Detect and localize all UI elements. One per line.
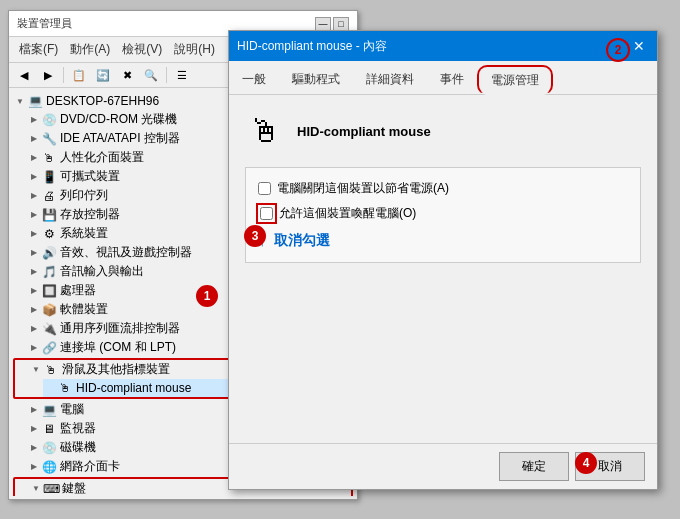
expand-icon: ▶ (27, 284, 41, 298)
dvd-icon: 💿 (41, 112, 57, 128)
minimize-btn[interactable]: — (315, 17, 331, 31)
system-icon: ⚙ (41, 226, 57, 242)
annotation-row: ↑ 取消勾選 (258, 232, 628, 250)
tab-details[interactable]: 詳細資料 (353, 65, 427, 95)
expand-icon: ▶ (27, 303, 41, 317)
menu-action[interactable]: 動作(A) (64, 39, 116, 60)
expand-icon: ▶ (27, 322, 41, 336)
wake-row: 允許這個裝置喚醒電腦(O) (258, 203, 628, 224)
update-btn[interactable]: 🔄 (92, 65, 114, 85)
audio-icon: 🔊 (41, 245, 57, 261)
wake-checkbox[interactable] (260, 207, 273, 220)
item-label: 監視器 (60, 420, 96, 437)
item-label: 列印佇列 (60, 187, 108, 204)
view-btn[interactable]: ☰ (171, 65, 193, 85)
wake-label: 允許這個裝置喚醒電腦(O) (279, 205, 416, 222)
hid-icon: 🖱 (41, 150, 57, 166)
power-save-label: 電腦關閉這個裝置以節省電源(A) (277, 180, 449, 197)
storage-icon: 💾 (41, 207, 57, 223)
expand-icon: ▶ (27, 422, 41, 436)
root-icon: 💻 (27, 93, 43, 109)
portable-icon: 📱 (41, 169, 57, 185)
expand-icon: ▶ (27, 151, 41, 165)
root-label: DESKTOP-67EHH96 (46, 94, 159, 108)
expand-icon: ▶ (27, 208, 41, 222)
scan-btn[interactable]: 🔍 (140, 65, 162, 85)
menu-file[interactable]: 檔案(F) (13, 39, 64, 60)
item-label: 軟體裝置 (60, 301, 108, 318)
cpu-icon: 🔲 (41, 283, 57, 299)
tab-power[interactable]: 電源管理 (477, 65, 553, 95)
keyboard-expand-icon: ▼ (29, 482, 43, 496)
device-icon: 🖱 (245, 111, 285, 151)
expand-icon: ▶ (27, 227, 41, 241)
tab-driver[interactable]: 驅動程式 (279, 65, 353, 95)
device-manager-title: 裝置管理員 (17, 16, 72, 31)
hid-mouse-label: HID-compliant mouse (76, 381, 191, 395)
tab-general[interactable]: 一般 (229, 65, 279, 95)
device-header: 🖱 HID-compliant mouse (245, 111, 641, 151)
expand-icon: ▶ (27, 460, 41, 474)
dialog-title: HID-compliant mouse - 內容 (237, 38, 387, 55)
expand-icon: ▶ (27, 246, 41, 260)
annotation-4: 4 (575, 452, 597, 474)
keyboard-icon: ⌨ (43, 481, 59, 497)
ok-button[interactable]: 確定 (499, 452, 569, 481)
expand-icon: ▶ (27, 265, 41, 279)
item-label: 通用序列匯流排控制器 (60, 320, 180, 337)
maximize-btn[interactable]: □ (333, 17, 349, 31)
expand-icon: ▶ (27, 403, 41, 417)
power-section: 電腦關閉這個裝置以節省電源(A) 允許這個裝置喚醒電腦(O) ↑ 取消勾選 (245, 167, 641, 263)
menu-view[interactable]: 檢視(V) (116, 39, 168, 60)
dialog-content: 🖱 HID-compliant mouse 電腦關閉這個裝置以節省電源(A) 允… (229, 95, 657, 291)
dialog-close-button[interactable]: ✕ (629, 36, 649, 56)
ide-icon: 🔧 (41, 131, 57, 147)
expand-icon: ▶ (27, 170, 41, 184)
software-icon: 📦 (41, 302, 57, 318)
item-label: 可攜式裝置 (60, 168, 120, 185)
item-label: 連接埠 (COM 和 LPT) (60, 339, 176, 356)
mouse-category-label: 滑鼠及其他指標裝置 (62, 361, 170, 378)
network-icon: 🌐 (41, 459, 57, 475)
forward-btn[interactable]: ▶ (37, 65, 59, 85)
item-label: 磁碟機 (60, 439, 96, 456)
uninstall-btn[interactable]: ✖ (116, 65, 138, 85)
annotation-3: 3 (244, 225, 266, 247)
port-icon: 🔗 (41, 340, 57, 356)
hid-mouse-icon: 🖱 (57, 380, 73, 396)
power-save-row: 電腦關閉這個裝置以節省電源(A) (258, 180, 628, 197)
item-label: 網路介面卡 (60, 458, 120, 475)
tab-bar: 一般 驅動程式 詳細資料 事件 電源管理 (229, 61, 657, 95)
toolbar-sep1 (63, 67, 64, 83)
back-btn[interactable]: ◀ (13, 65, 35, 85)
item-label: 人性化介面裝置 (60, 149, 144, 166)
toolbar-sep2 (166, 67, 167, 83)
keyboard-label: 鍵盤 (62, 480, 86, 496)
disk-icon: 💿 (41, 440, 57, 456)
annotation-1: 1 (196, 285, 218, 307)
item-label: IDE ATA/ATAPI 控制器 (60, 130, 180, 147)
device-title: HID-compliant mouse (297, 124, 431, 139)
mouse-category-icon: 🖱 (43, 362, 59, 378)
item-label: 音訊輸入與輸出 (60, 263, 144, 280)
annotation-2: 2 (606, 38, 630, 62)
expand-icon: ▶ (27, 341, 41, 355)
computer-icon: 💻 (41, 402, 57, 418)
window-controls: — □ (315, 17, 349, 31)
properties-btn[interactable]: 📋 (68, 65, 90, 85)
monitor-icon: 🖥 (41, 421, 57, 437)
properties-dialog: HID-compliant mouse - 內容 ✕ 一般 驅動程式 詳細資料 … (228, 30, 658, 490)
expand-icon: ▶ (27, 189, 41, 203)
menu-help[interactable]: 說明(H) (168, 39, 221, 60)
item-label: 處理器 (60, 282, 96, 299)
item-label: 系統裝置 (60, 225, 108, 242)
expand-icon: ▶ (27, 113, 41, 127)
usb-icon: 🔌 (41, 321, 57, 337)
uncheck-text: 取消勾選 (274, 232, 330, 250)
power-save-checkbox[interactable] (258, 182, 271, 195)
tab-events[interactable]: 事件 (427, 65, 477, 95)
expand-icon: ▶ (27, 441, 41, 455)
mouse-expand-icon: ▼ (29, 363, 43, 377)
print-icon: 🖨 (41, 188, 57, 204)
dialog-titlebar: HID-compliant mouse - 內容 ✕ (229, 31, 657, 61)
